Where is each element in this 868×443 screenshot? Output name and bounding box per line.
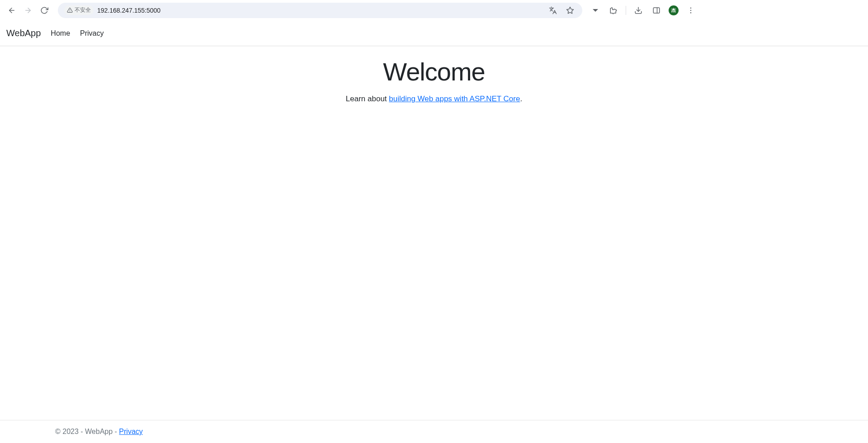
nav-home[interactable]: Home <box>51 29 70 38</box>
lead-suffix: . <box>520 94 522 103</box>
downloads-button[interactable] <box>632 5 644 16</box>
bookmark-button[interactable] <box>564 5 576 16</box>
more-vertical-icon <box>687 6 695 14</box>
extensions-v-button[interactable] <box>590 5 601 16</box>
toolbar-right: 杰 <box>590 5 698 16</box>
footer-copyright: © 2023 - WebApp - <box>55 428 119 435</box>
arrow-right-icon <box>24 6 32 14</box>
panel-icon <box>652 6 660 14</box>
puzzle-icon <box>609 6 618 14</box>
site-navbar: WebApp Home Privacy <box>0 21 868 46</box>
menu-button[interactable] <box>685 5 697 16</box>
avatar-initial: 杰 <box>671 7 676 14</box>
profile-avatar[interactable]: 杰 <box>669 5 679 15</box>
site-footer: © 2023 - WebApp - Privacy <box>0 420 868 443</box>
insecure-chip[interactable]: 不安全 <box>64 5 94 15</box>
translate-icon <box>549 6 557 14</box>
lead-text: Learn about building Web apps with ASP.N… <box>0 94 868 104</box>
svg-point-9 <box>690 9 691 10</box>
svg-point-10 <box>690 12 691 13</box>
reload-button[interactable] <box>38 4 51 17</box>
download-icon <box>634 6 642 14</box>
lead-link[interactable]: building Web apps with ASP.NET Core <box>389 94 520 103</box>
chevron-down-v-icon <box>591 6 599 14</box>
footer-privacy-link[interactable]: Privacy <box>119 428 142 435</box>
warning-icon <box>67 7 73 13</box>
back-button[interactable] <box>5 4 18 17</box>
svg-rect-6 <box>653 8 660 13</box>
arrow-left-icon <box>8 6 16 14</box>
reload-icon <box>40 6 48 14</box>
forward-button[interactable] <box>22 4 34 17</box>
nav-privacy[interactable]: Privacy <box>80 29 104 38</box>
main-content: Welcome Learn about building Web apps wi… <box>0 46 868 420</box>
toolbar-divider <box>626 6 626 15</box>
browser-toolbar: 不安全 192.168.247.155:5000 杰 <box>0 0 868 21</box>
svg-point-8 <box>690 7 691 8</box>
brand-link[interactable]: WebApp <box>6 28 41 38</box>
page-area: WebApp Home Privacy Welcome Learn about … <box>0 21 868 443</box>
address-bar[interactable]: 不安全 192.168.247.155:5000 <box>58 3 582 18</box>
translate-button[interactable] <box>547 5 559 16</box>
extensions-button[interactable] <box>608 5 619 16</box>
insecure-label: 不安全 <box>75 6 91 14</box>
star-icon <box>566 6 574 14</box>
lead-prefix: Learn about <box>346 94 389 103</box>
svg-marker-4 <box>567 7 574 13</box>
page-title: Welcome <box>0 57 868 86</box>
side-panel-button[interactable] <box>651 5 662 16</box>
url-text: 192.168.247.155:5000 <box>97 7 160 14</box>
